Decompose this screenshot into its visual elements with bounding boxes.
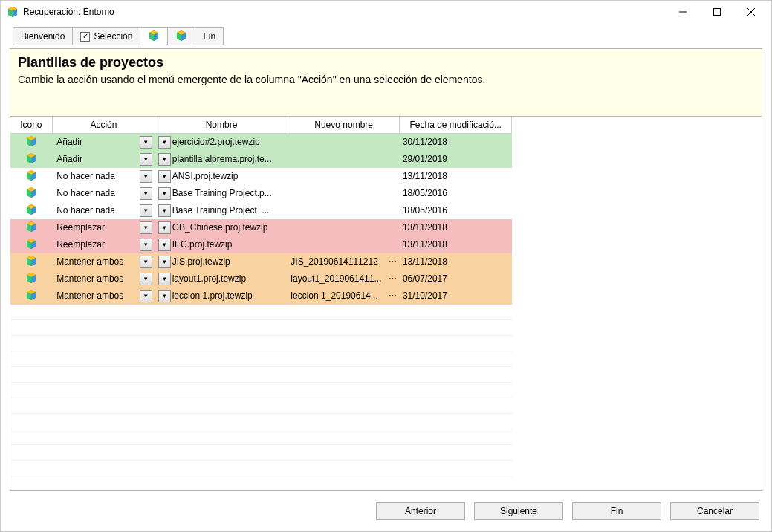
row-action-cell[interactable]: Mantener ambos▼ <box>52 288 155 305</box>
row-action-cell[interactable]: No hacer nada▼ <box>52 202 155 219</box>
row-action-cell[interactable]: No hacer nada▼ <box>52 185 155 202</box>
action-dropdown-button[interactable]: ▼ <box>140 221 152 234</box>
action-label: Añadir <box>55 137 138 147</box>
row-newname-cell[interactable] <box>288 133 400 151</box>
ellipsis-button[interactable]: ⋯ <box>389 291 397 301</box>
cancel-button[interactable]: Cancelar <box>670 502 759 520</box>
row-name-cell[interactable]: ▼layout1.proj.tewzip <box>155 270 288 288</box>
table-row[interactable]: No hacer nada▼▼ANSI.proj.tewzip13/11/201… <box>10 168 512 185</box>
row-newname-cell[interactable] <box>288 185 400 202</box>
action-dropdown-button[interactable]: ▼ <box>140 239 152 251</box>
name-dropdown-button[interactable]: ▼ <box>158 273 171 285</box>
tab-end[interactable]: Fin <box>195 27 224 45</box>
action-dropdown-button[interactable]: ▼ <box>140 273 152 285</box>
row-name-cell[interactable]: ▼IEC.proj.tewzip <box>155 236 288 253</box>
tab-step-current[interactable] <box>140 27 168 45</box>
row-newname-cell[interactable] <box>288 202 400 219</box>
row-action-cell[interactable]: Añadir▼ <box>52 151 155 168</box>
row-date-cell: 29/01/2019 <box>400 151 512 168</box>
table-row[interactable]: Mantener ambos▼▼leccion 1.proj.tewziplec… <box>10 288 512 305</box>
row-name-cell[interactable]: ▼JIS.proj.tewzip <box>155 253 288 270</box>
row-icon-cell <box>10 288 52 305</box>
action-dropdown-button[interactable]: ▼ <box>140 136 152 149</box>
table-row[interactable]: Mantener ambos▼▼layout1.proj.tewziplayou… <box>10 270 512 288</box>
tab-welcome[interactable]: Bienvenido <box>13 27 73 45</box>
column-header-action[interactable]: Acción <box>52 117 155 133</box>
name-dropdown-button[interactable]: ▼ <box>158 170 171 183</box>
column-header-newname[interactable]: Nuevo nombre <box>288 117 400 133</box>
close-button[interactable] <box>734 1 768 23</box>
row-newname-cell[interactable]: JIS_20190614111212⋯ <box>288 253 400 270</box>
row-name-cell[interactable]: ▼plantilla alprema.proj.te... <box>155 151 288 168</box>
name-dropdown-button[interactable]: ▼ <box>158 187 171 200</box>
row-name-cell[interactable]: ▼GB_Chinese.proj.tewzip <box>155 219 288 236</box>
table-row[interactable]: Añadir▼▼plantilla alprema.proj.te...29/0… <box>10 151 512 168</box>
empty-row <box>10 305 512 320</box>
next-button[interactable]: Siguiente <box>474 502 563 520</box>
row-name-cell[interactable]: ▼Base Training Project.p... <box>155 185 288 202</box>
action-dropdown-button[interactable]: ▼ <box>140 170 152 183</box>
finish-button[interactable]: Fin <box>572 502 661 520</box>
table-row[interactable]: No hacer nada▼▼Base Training Project.p..… <box>10 185 512 202</box>
row-newname-cell[interactable]: leccion 1_20190614...⋯ <box>288 288 400 305</box>
table-row[interactable]: Añadir▼▼ejercicio#2.proj.tewzip30/11/201… <box>10 133 512 151</box>
name-dropdown-button[interactable]: ▼ <box>158 204 171 217</box>
tab-label: Fin <box>203 31 215 42</box>
action-dropdown-button[interactable]: ▼ <box>140 153 152 166</box>
name-dropdown-button[interactable]: ▼ <box>158 221 171 234</box>
row-name-cell[interactable]: ▼Base Training Project_... <box>155 202 288 219</box>
row-newname-cell[interactable] <box>288 219 400 236</box>
ellipsis-button[interactable]: ⋯ <box>389 257 397 267</box>
row-icon-cell <box>10 219 52 236</box>
maximize-button[interactable] <box>700 1 734 23</box>
tab-selection[interactable]: ✓ Selección <box>72 27 140 45</box>
cube-icon <box>25 186 37 198</box>
row-name-cell[interactable]: ▼ANSI.proj.tewzip <box>155 168 288 185</box>
cube-icon <box>25 221 37 233</box>
row-newname-cell[interactable] <box>288 168 400 185</box>
action-dropdown-button[interactable]: ▼ <box>140 204 152 217</box>
name-dropdown-button[interactable]: ▼ <box>158 239 171 251</box>
cube-icon <box>25 169 37 181</box>
previous-button[interactable]: Anterior <box>376 502 465 520</box>
page-title: Plantillas de proyectos <box>18 55 754 71</box>
name-dropdown-button[interactable]: ▼ <box>158 136 171 149</box>
row-newname-cell[interactable]: layout1_2019061411...⋯ <box>288 270 400 288</box>
name-dropdown-button[interactable]: ▼ <box>158 153 171 166</box>
empty-row <box>10 320 512 336</box>
cube-icon <box>25 204 37 215</box>
table-row[interactable]: Reemplazar▼▼GB_Chinese.proj.tewzip13/11/… <box>10 219 512 236</box>
row-action-cell[interactable]: Reemplazar▼ <box>52 236 155 253</box>
action-dropdown-button[interactable]: ▼ <box>140 187 152 200</box>
newname-label: leccion 1_20190614... <box>291 291 389 301</box>
row-icon-cell <box>10 253 52 270</box>
action-dropdown-button[interactable]: ▼ <box>140 290 152 302</box>
name-label: leccion 1.proj.tewzip <box>172 291 285 301</box>
action-label: Añadir <box>55 154 138 164</box>
row-action-cell[interactable]: Mantener ambos▼ <box>52 253 155 270</box>
row-name-cell[interactable]: ▼ejercicio#2.proj.tewzip <box>155 133 288 151</box>
row-action-cell[interactable]: Reemplazar▼ <box>52 219 155 236</box>
row-date-cell: 13/11/2018 <box>400 219 512 236</box>
grid-wrapper: Icono Acción Nombre Nuevo nombre Fecha d… <box>10 117 762 491</box>
row-action-cell[interactable]: Mantener ambos▼ <box>52 270 155 288</box>
row-action-cell[interactable]: Añadir▼ <box>52 133 155 151</box>
column-header-icon[interactable]: Icono <box>10 117 52 133</box>
row-date-cell: 31/10/2017 <box>400 288 512 305</box>
table-row[interactable]: Mantener ambos▼▼JIS.proj.tewzipJIS_20190… <box>10 253 512 270</box>
table-row[interactable]: Reemplazar▼▼IEC.proj.tewzip13/11/2018 <box>10 236 512 253</box>
ellipsis-button[interactable]: ⋯ <box>389 274 397 284</box>
column-header-name[interactable]: Nombre <box>155 117 288 133</box>
minimize-button[interactable] <box>666 1 700 23</box>
tab-step-next[interactable] <box>167 27 195 45</box>
name-dropdown-button[interactable]: ▼ <box>158 256 171 268</box>
table-row[interactable]: No hacer nada▼▼Base Training Project_...… <box>10 202 512 219</box>
name-dropdown-button[interactable]: ▼ <box>158 290 171 302</box>
row-name-cell[interactable]: ▼leccion 1.proj.tewzip <box>155 288 288 305</box>
row-newname-cell[interactable] <box>288 236 400 253</box>
row-date-cell: 30/11/2018 <box>400 133 512 151</box>
row-newname-cell[interactable] <box>288 151 400 168</box>
action-dropdown-button[interactable]: ▼ <box>140 256 152 268</box>
row-action-cell[interactable]: No hacer nada▼ <box>52 168 155 185</box>
column-header-date[interactable]: Fecha de modificació... <box>400 117 512 133</box>
